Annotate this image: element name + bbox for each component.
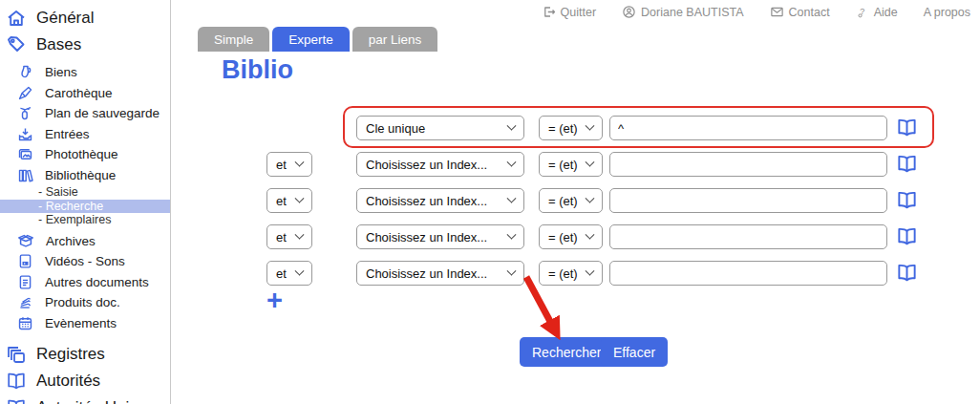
connector-select[interactable]: et <box>266 188 312 213</box>
sidebar-item-label: Evènements <box>45 316 117 330</box>
index-select[interactable]: Choisissez un Index... <box>356 261 524 286</box>
connector-select[interactable]: et <box>266 224 312 249</box>
tab-experte[interactable]: Experte <box>272 27 350 52</box>
operator-select-value: = (et) <box>548 230 578 245</box>
sidebar-item-label: - Exemplaires <box>38 213 111 226</box>
clear-button[interactable]: Effacer <box>601 337 668 367</box>
operator-select[interactable]: = (et) <box>539 224 603 249</box>
sidebar-item-entrees[interactable]: Entrées <box>0 124 170 145</box>
index-select-value: Choisissez un Index... <box>366 158 487 172</box>
help-label: Aide <box>874 6 898 19</box>
operator-select-value: = (et) <box>548 158 578 172</box>
sidebar-item-saisie[interactable]: - Saisie <box>0 185 170 200</box>
chevron-down-icon <box>507 120 517 130</box>
search-value-input[interactable] <box>609 152 887 177</box>
operator-select[interactable]: = (et) <box>539 188 603 213</box>
search-button[interactable]: Rechercher <box>520 337 613 367</box>
sidebar-item-label: Photothèque <box>45 147 118 161</box>
vase-icon <box>17 64 33 80</box>
help-link[interactable]: ? Aide <box>856 5 898 19</box>
tab-par-liens[interactable]: par Liens <box>352 27 438 52</box>
about-link[interactable]: A propos <box>924 6 970 19</box>
search-value-input[interactable] <box>609 224 887 249</box>
sidebar-item-autres-documents[interactable]: Autres documents <box>0 272 170 293</box>
sidebar-item-exemplaires[interactable]: - Exemplaires <box>0 213 170 227</box>
copies-icon <box>6 344 27 365</box>
connector-select-value: et <box>276 230 287 245</box>
sidebar-item-phototheque[interactable]: Photothèque <box>0 144 170 165</box>
user-label: Doriane BAUTISTA <box>641 6 743 19</box>
sidebar-item-evenements[interactable]: Evènements <box>0 313 170 334</box>
sidebar-item-label: Produits doc. <box>45 295 120 309</box>
sidebar-item-recherche[interactable]: - Recherche <box>0 200 170 214</box>
sidebar-item-plan-de-sauvegarde[interactable]: Plan de sauvegarde <box>0 103 170 124</box>
sidebar-item-label: Archives <box>46 234 96 248</box>
operator-select[interactable]: = (et) <box>539 116 603 140</box>
header-links: Quitter Doriane BAUTISTA Contact ? Aide <box>542 5 970 19</box>
document-icon <box>17 274 33 290</box>
sidebar-item-general[interactable]: Général <box>0 5 170 32</box>
chevron-down-icon <box>507 266 517 275</box>
sidebar-item-autorites-unimarc[interactable]: Autorités Unimarc <box>0 394 170 404</box>
chevron-down-icon <box>586 266 595 275</box>
quit-link[interactable]: Quitter <box>542 5 597 19</box>
sidebar-item-videos-sons[interactable]: Vidéos - Sons <box>0 251 170 272</box>
search-row-3: et Choisissez un Index... = (et) <box>172 188 980 213</box>
search-mode-tabs: Simple Experte par Liens <box>198 27 437 52</box>
connector-select[interactable]: et <box>266 152 312 177</box>
operator-select-value: = (et) <box>548 194 578 208</box>
app-window: Général Bases Biens Carothèque Pla <box>0 0 980 404</box>
index-select[interactable]: Choisissez un Index... <box>356 188 524 213</box>
pen-icon <box>17 85 33 101</box>
search-value-input[interactable] <box>609 261 887 286</box>
tab-simple[interactable]: Simple <box>198 27 269 52</box>
sidebar-item-label: Bases <box>36 35 81 54</box>
operator-select-value: = (et) <box>548 266 578 281</box>
add-row-button[interactable]: + <box>266 287 283 314</box>
chevron-down-icon <box>586 120 595 130</box>
sidebar: Général Bases Biens Carothèque Pla <box>0 0 171 404</box>
sidebar-item-label: Autorités Unimarc <box>36 398 165 404</box>
chevron-down-icon <box>295 193 305 202</box>
index-select[interactable]: Choisissez un Index... <box>356 224 524 249</box>
sidebar-item-carotheque[interactable]: Carothèque <box>0 83 170 104</box>
sidebar-item-label: Registres <box>36 345 105 364</box>
connector-select[interactable]: et <box>266 261 312 286</box>
user-link[interactable]: Doriane BAUTISTA <box>622 5 743 19</box>
index-select-value: Choisissez un Index... <box>366 266 487 281</box>
sidebar-item-label: Autres documents <box>45 275 149 289</box>
user-icon <box>622 5 636 19</box>
sidebar-item-autorites[interactable]: Autorités <box>0 368 170 394</box>
sidebar-item-bases[interactable]: Bases <box>0 32 170 58</box>
operator-select[interactable]: = (et) <box>539 152 603 177</box>
fire-extinguisher-icon <box>17 105 33 121</box>
sidebar-item-archives[interactable]: Archives <box>0 231 170 252</box>
chevron-down-icon <box>586 193 595 202</box>
sidebar-item-label: Vidéos - Sons <box>45 254 125 268</box>
open-book-icon <box>6 371 27 392</box>
open-book-icon[interactable] <box>896 117 918 142</box>
operator-select[interactable]: = (et) <box>539 261 603 286</box>
sidebar-item-registres[interactable]: Registres <box>0 341 170 368</box>
chevron-down-icon <box>586 157 595 166</box>
index-select[interactable]: Choisissez un Index... <box>356 152 524 177</box>
open-book-icon[interactable] <box>896 262 918 287</box>
main-content: Quitter Doriane BAUTISTA Contact ? Aide <box>172 0 980 404</box>
index-select-value: Choisissez un Index... <box>366 230 487 245</box>
video-file-icon <box>17 253 33 269</box>
sidebar-item-bibliotheque[interactable]: Bibliothèque <box>0 165 170 186</box>
help-icon: ? <box>856 5 869 19</box>
search-value-input[interactable] <box>609 116 887 140</box>
search-row-2: et Choisissez un Index... = (et) <box>172 152 980 177</box>
books-icon <box>17 167 33 183</box>
open-box-icon <box>17 232 34 249</box>
open-book-icon[interactable] <box>896 225 918 251</box>
index-select[interactable]: Cle unique <box>356 116 524 140</box>
open-book-icon[interactable] <box>896 153 918 179</box>
open-book-icon[interactable] <box>896 189 918 215</box>
sidebar-item-label: Carothèque <box>45 86 113 100</box>
sidebar-item-produits-doc[interactable]: Produits doc. <box>0 292 170 313</box>
sidebar-item-biens[interactable]: Biens <box>0 62 170 83</box>
search-value-input[interactable] <box>609 188 887 213</box>
contact-link[interactable]: Contact <box>770 5 830 19</box>
